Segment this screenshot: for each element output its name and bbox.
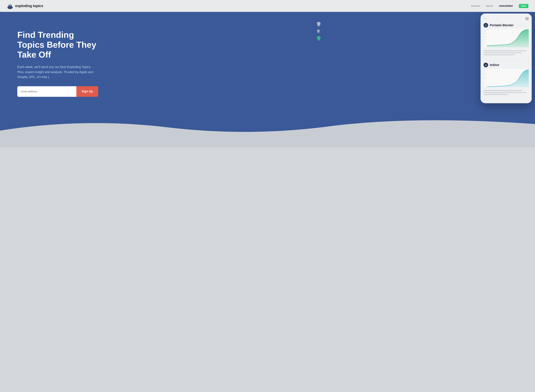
- svg-point-8: [318, 30, 319, 31]
- hero-card: Find Trending Topics Before They Take Of…: [10, 22, 106, 105]
- svg-point-2: [9, 4, 11, 5]
- hero-title: Find Trending Topics Before They Take Of…: [17, 30, 98, 60]
- svg-point-7: [318, 23, 319, 24]
- chart-svg-2: [483, 69, 529, 87]
- svg-point-1: [8, 5, 9, 6]
- text-line: [483, 92, 526, 93]
- topic-name-2: InShot: [490, 63, 499, 67]
- chart-y-labels-2: 1008040200: [484, 69, 486, 87]
- back-icon[interactable]: ←: [483, 17, 487, 20]
- text-line: [483, 54, 515, 55]
- text-line: [483, 94, 508, 95]
- navbar: exploding topics browse about newsletter…: [0, 0, 535, 12]
- text-line: [483, 50, 526, 51]
- email-input[interactable]: [17, 86, 76, 97]
- svg-point-9: [318, 37, 319, 38]
- chart-svg-1: [483, 29, 529, 47]
- hero-content: Find Trending Topics Before They Take Of…: [0, 12, 535, 118]
- pro-badge[interactable]: PRO: [519, 4, 528, 8]
- chart-text-lines-1: [483, 49, 529, 58]
- hero-section: Find Trending Topics Before They Take Of…: [0, 12, 535, 147]
- nav-link-about[interactable]: about: [486, 4, 493, 8]
- signup-button[interactable]: Sign Up: [76, 86, 98, 97]
- topic-name-1: Portable Blender: [490, 23, 514, 27]
- pin-decorations: [317, 22, 320, 41]
- nav-link-newsletter[interactable]: newsletter: [499, 4, 513, 8]
- menu-icon[interactable]: [526, 18, 529, 20]
- logo-link[interactable]: exploding topics: [7, 2, 43, 9]
- topic-header-1: 1 Portable Blender: [483, 23, 529, 28]
- chart-2: 1008040200: [483, 69, 529, 87]
- logo-icon: [7, 2, 14, 9]
- chart-1: 100806040200: [483, 29, 529, 47]
- phone-header: ←: [483, 17, 529, 20]
- topic-number-2: 2: [483, 63, 488, 67]
- topic-number-1: 1: [483, 23, 488, 28]
- logo-text: exploding topics: [15, 4, 43, 8]
- wave-decoration: [0, 114, 535, 147]
- email-form: Sign Up: [17, 86, 98, 97]
- hero-subtitle: Each week, we'll send you our best Explo…: [17, 65, 98, 79]
- text-line: [483, 90, 522, 91]
- topic-item-1: 1 Portable Blender 100806040200: [483, 23, 529, 58]
- topic-header-2: 2 InShot: [483, 63, 529, 67]
- nav-links: browse about newsletter PRO: [471, 4, 528, 8]
- nav-link-browse[interactable]: browse: [471, 4, 480, 8]
- pin-icon-2: [317, 29, 320, 33]
- svg-point-3: [10, 5, 12, 6]
- pin-icon-3: [317, 36, 320, 41]
- text-line: [483, 52, 522, 53]
- phone-mockup: ← 1 Portable Blender 100806040200: [481, 14, 532, 103]
- chart-y-labels-1: 100806040200: [484, 29, 486, 47]
- topic-item-2: 2 InShot 1008040200: [483, 63, 529, 97]
- pin-icon-1: [317, 22, 320, 27]
- chart-text-lines-2: [483, 89, 529, 97]
